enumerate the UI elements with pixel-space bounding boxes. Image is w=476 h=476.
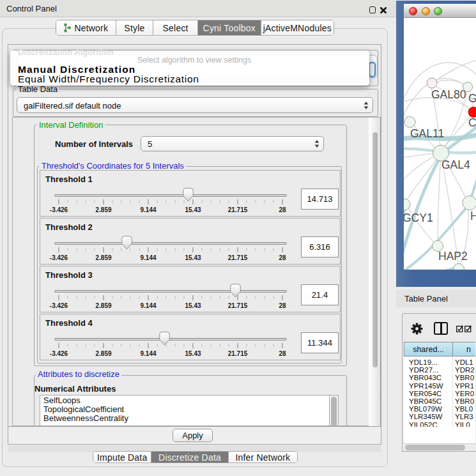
svg-text:GAL80: GAL80 xyxy=(431,88,466,101)
svg-text:GAL11: GAL11 xyxy=(410,127,444,140)
svg-text:HAP2: HAP2 xyxy=(438,250,468,263)
svg-text:H: H xyxy=(470,210,476,222)
svg-text:GAL4: GAL4 xyxy=(441,158,470,171)
svg-text:GCY1: GCY1 xyxy=(404,211,433,224)
svg-text:G.: G. xyxy=(468,92,476,105)
svg-text:C: C xyxy=(468,116,476,129)
